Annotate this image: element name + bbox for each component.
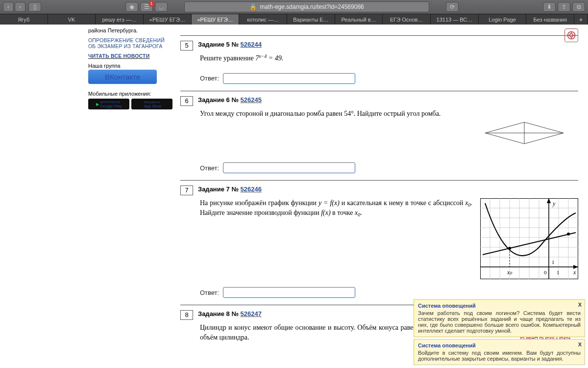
svg-text:x: x (573, 269, 576, 276)
answer-label: Ответ: (200, 75, 219, 82)
task-text: На рисунке изображён график функции y = … (200, 198, 472, 279)
sidebar-link-refute[interactable]: ОПРОВЕРЖЕНИЕ СВЕДЕНИЙОБ ЭКЗАМЕР ИЗ ТАГАН… (88, 37, 165, 49)
browser-tab[interactable]: «РЕШУ ЕГЭ… (192, 14, 240, 25)
graph-figure: x₀ 0 1 x y 1 (480, 198, 578, 279)
svg-text:0: 0 (544, 269, 547, 275)
task-7: 7 Задание 7 № 526246 На рисунке изображё… (180, 180, 578, 305)
tabs-button[interactable]: ⧉ (572, 2, 585, 12)
sidebar-toggle-button[interactable]: ▯ (28, 2, 41, 12)
svg-text:y: y (552, 200, 556, 207)
close-icon[interactable]: X (578, 302, 582, 308)
svg-text:1: 1 (557, 269, 560, 275)
notification-body: Войдите в систему под своим именем. Вам … (418, 350, 581, 362)
lock-icon: 🔒 (249, 3, 257, 10)
browser-tab[interactable]: Ягуб (0, 14, 48, 25)
svg-text:x₀: x₀ (507, 269, 513, 276)
sidebar-link-readall[interactable]: ЧИТАТЬ ВСЕ НОВОСТИ (88, 53, 149, 59)
extension-icon[interactable]: ☰ (140, 2, 153, 12)
browser-toolbar: ‹ › ▯ ◉ ☰ ◡ 🔒 math-ege.sdamgia.ru/test?i… (0, 0, 588, 14)
task-body: Решите уравнение 7x−4 = 49. (200, 53, 578, 63)
notification-title: Система оповещений (418, 342, 581, 348)
address-bar[interactable]: 🔒 math-ege.sdamgia.ru/test?id=24569086 (184, 1, 429, 12)
sidebar-text: района Петербурга. (88, 27, 172, 33)
task-link[interactable]: 526244 (241, 41, 262, 48)
browser-tab[interactable]: VK (48, 14, 96, 25)
sidebar-apps-label: Мобильные приложения: (88, 91, 151, 97)
forward-button[interactable]: › (15, 2, 25, 12)
answer-input-7[interactable] (223, 287, 355, 298)
task-number-box: 8 (180, 310, 193, 320)
task-title: Задание 8 № 526247 (198, 310, 262, 317)
task-title: Задание 6 № 526245 (198, 96, 262, 104)
svg-point-32 (567, 233, 570, 236)
task-title: Задание 5 № 526244 (198, 41, 262, 48)
browser-tab[interactable]: «РЕШУ ЕГЭ… (144, 14, 192, 25)
answer-input-5[interactable] (223, 73, 355, 84)
task-link[interactable]: 526246 (241, 185, 262, 193)
browser-tab[interactable]: решу егэ —… (96, 14, 144, 25)
notification: X Система оповещений Зачем работать под … (414, 299, 585, 337)
browser-tab[interactable]: Без названия (526, 14, 574, 25)
notification: X Система оповещений Войдите в систему п… (414, 339, 585, 365)
share-button[interactable]: ⇪ (558, 2, 570, 12)
browser-tab[interactable]: Варианты Е… (287, 14, 335, 25)
sidebar: района Петербурга. ОПРОВЕРЖЕНИЕ СВЕДЕНИЙ… (88, 25, 176, 368)
back-button[interactable]: ‹ (3, 2, 14, 12)
browser-tab[interactable]: Реальный в… (335, 14, 383, 25)
downloads-button[interactable]: ⬇ (543, 2, 556, 12)
task-6: 6 Задание 6 № 526245 Угол между стороной… (180, 91, 578, 181)
browser-tab[interactable]: 13113 — ВС… (431, 14, 479, 25)
answer-label: Ответ: (200, 164, 219, 172)
task-number-box: 5 (180, 41, 193, 51)
address-text: math-ege.sdamgia.ru/test?id=24569086 (260, 3, 364, 10)
answer-label: Ответ: (200, 289, 219, 296)
task-5: 5 Задание 5 № 526244 Решите уравнение 7x… (180, 26, 578, 91)
task-number-box: 7 (180, 185, 193, 195)
tab-strip: ЯгубVKрешу егэ —…«РЕШУ ЕГЭ…«РЕШУ ЕГЭ…кот… (0, 14, 588, 25)
close-icon[interactable]: X (578, 342, 582, 347)
adblock-icon[interactable]: ◉ (125, 2, 138, 12)
task-title: Задание 7 № 526246 (198, 185, 262, 193)
browser-tab[interactable]: Login Page (479, 14, 527, 25)
browser-tab[interactable]: котолис —… (239, 14, 287, 25)
vk-button[interactable]: ВКонтакте (88, 70, 157, 84)
svg-text:1: 1 (552, 259, 555, 265)
task-link[interactable]: 526247 (241, 310, 262, 317)
new-tab-button[interactable]: + (574, 14, 588, 25)
shield-icon[interactable]: ◡ (155, 2, 168, 12)
reload-button[interactable]: ⟳ (446, 2, 459, 12)
rhombus-figure (480, 118, 568, 148)
google-play-button[interactable]: ▶ДОСТУПНО ВGoogle Play (88, 99, 129, 109)
app-store-button[interactable]: Загрузите вApp Store (131, 99, 172, 109)
task-text: Угол между стороной и диагональю ромба р… (200, 109, 578, 119)
svg-point-1 (570, 34, 573, 37)
task-link[interactable]: 526245 (241, 96, 262, 104)
browser-tab[interactable]: ЕГЭ Основ… (383, 14, 431, 25)
answer-input-6[interactable] (223, 162, 355, 173)
task-number-box: 6 (180, 96, 193, 106)
sidebar-group-label: Наша группа (88, 63, 121, 69)
notification-stack: X Система оповещений Зачем работать под … (414, 297, 585, 365)
notification-title: Система оповещений (418, 303, 581, 309)
notification-body: Зачем работать под своим логином? Систем… (418, 310, 581, 334)
help-button[interactable] (564, 28, 578, 42)
